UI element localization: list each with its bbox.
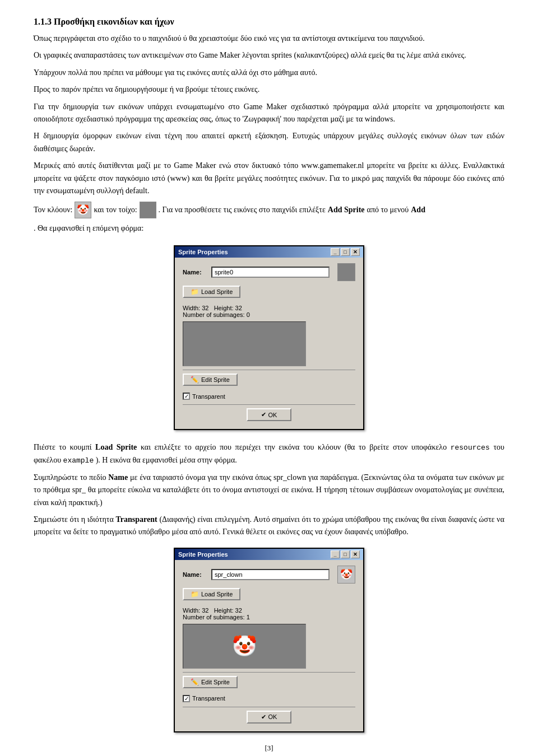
paragraph-6: Η δημιουργία όμορφων εικόνων είναι τέχνη… — [34, 130, 504, 155]
dialog1-subimages-label: Number of subimages: 0 — [183, 311, 250, 318]
paragraph-3: Υπάρχουν πολλά που πρέπει να μάθουμε για… — [34, 67, 504, 79]
dialog2-transparent-row: ✓ Transparent — [183, 695, 355, 702]
edit-sprite-icon2: ✏️ — [191, 678, 199, 686]
dialog1-title: Sprite Properties — [178, 249, 228, 255]
dialog1-transparent-row: ✓ Transparent — [183, 393, 355, 400]
dialog1-titlebar-controls: _ □ ✕ — [331, 248, 360, 256]
page-number: [3] — [34, 744, 504, 753]
dialog2-minimize-btn[interactable]: _ — [331, 550, 340, 558]
dialog2-wrapper: Sprite Properties _ □ ✕ Name: 🤡 📁 Load S… — [34, 548, 504, 732]
paragraph-4: Προς το παρόν πρέπει να δημιουργήσουμε ή… — [34, 83, 504, 96]
dialog2-ok-btn[interactable]: ✔ OK — [247, 711, 292, 724]
dialog2-info: Width: 32 Height: 32 Number of subimages… — [183, 607, 355, 620]
dialog1-transparent-checkbox[interactable]: ✓ — [183, 393, 190, 400]
dialog2-height-label: Height: 32 — [214, 607, 242, 614]
dialog1: Sprite Properties _ □ ✕ Name: 📁 Load Spr… — [174, 245, 364, 430]
dialog1-height-label: Height: 32 — [214, 305, 242, 311]
dialog2-preview-area: 🤡 — [183, 624, 306, 669]
dialog2-sprite-thumbnail: 🤡 — [337, 566, 355, 584]
ok-checkmark-icon: ✔ — [261, 411, 266, 418]
load-sprite-icon2: 📁 — [191, 590, 199, 598]
dialog1-info: Width: 32 Height: 32 Number of subimages… — [183, 305, 355, 318]
dialog2-maximize-btn[interactable]: □ — [341, 550, 350, 558]
dialog2-edit-sprite-btn[interactable]: ✏️ Edit Sprite — [183, 676, 238, 688]
dialog2-load-btn-row: 📁 Load Sprite — [183, 588, 355, 603]
dialog1-transparent-label: Transparent — [192, 393, 225, 400]
dialog1-body: Name: 📁 Load Sprite Width: 32 Height: 32… — [175, 258, 363, 429]
dialog1-ok-row: ✔ OK — [183, 408, 355, 421]
edit-sprite-icon: ✏️ — [191, 376, 199, 384]
example-code: example — [63, 456, 94, 465]
load-sprite-bold: Load Sprite — [95, 443, 137, 451]
dialog2-ok-row: ✔ OK — [183, 711, 355, 724]
dialog2-width-label: Width: 32 — [183, 607, 209, 614]
wall-icon — [140, 202, 156, 218]
transparent-bold: Transparent — [116, 515, 157, 524]
dialog2-edit-btn-row: ✏️ Edit Sprite — [183, 676, 355, 690]
dialog2-name-row: Name: 🤡 — [183, 566, 355, 584]
dialog1-name-input[interactable] — [211, 267, 330, 278]
dialog1-sprite-thumbnail — [337, 263, 355, 281]
dialog2-close-btn[interactable]: ✕ — [351, 550, 360, 558]
dialog1-edit-sprite-btn[interactable]: ✏️ Edit Sprite — [183, 374, 238, 386]
ok-checkmark-icon2: ✔ — [261, 713, 266, 721]
paragraph-5: Για την δημιουργία των εικόνων υπάρχει ε… — [34, 101, 504, 126]
dialog1-load-btn-row: 📁 Load Sprite — [183, 286, 355, 300]
inline-icons-paragraph: Τον κλόουν: 🤡 και τον τοίχο: . Για να πρ… — [34, 202, 504, 236]
dialog2-name-label: Name: — [183, 571, 208, 578]
dialog1-width-label: Width: 32 — [183, 305, 209, 311]
dialog1-name-label: Name: — [183, 269, 208, 276]
dialog2: Sprite Properties _ □ ✕ Name: 🤡 📁 Load S… — [174, 548, 364, 732]
dialog1-minimize-btn[interactable]: _ — [331, 248, 340, 256]
dialog2-load-sprite-btn[interactable]: 📁 Load Sprite — [183, 588, 240, 600]
dialog2-title: Sprite Properties — [178, 551, 228, 558]
paragraph-2: Οι γραφικές αναπαραστάσεις των αντικειμέ… — [34, 49, 504, 62]
paragraph-transparent: Σημειώστε ότι η ιδιότητα Transparent (Δι… — [34, 514, 504, 539]
dialog2-body: Name: 🤡 📁 Load Sprite Width: 32 Height: … — [175, 560, 363, 731]
dialog2-titlebar: Sprite Properties _ □ ✕ — [175, 549, 363, 560]
paragraph-8: Μερικές από αυτές διατίθενται μαζί με το… — [34, 160, 504, 197]
add-sprite-menu-label: Add Sprite — [328, 202, 365, 218]
name-bold: Name — [108, 473, 128, 482]
dialog2-transparent-checkbox[interactable]: ✓ — [183, 695, 190, 702]
dialog1-preview-area — [183, 321, 306, 366]
paragraph-1: Όπως περιγράφεται στο σχέδιο το υ παιχνι… — [34, 32, 504, 45]
dialog1-load-sprite-btn[interactable]: 📁 Load Sprite — [183, 286, 240, 298]
dialog1-edit-btn-row: ✏️ Edit Sprite — [183, 374, 355, 388]
dialog1-maximize-btn[interactable]: □ — [341, 248, 350, 256]
dialog1-wrapper: Sprite Properties _ □ ✕ Name: 📁 Load Spr… — [34, 245, 504, 430]
section-title: 1.1.3 Προσθήκη εικονιδίων και ήχων — [34, 17, 504, 27]
load-sprite-icon: 📁 — [191, 288, 199, 296]
dialog1-name-row: Name: — [183, 263, 355, 281]
dialog1-titlebar: Sprite Properties _ □ ✕ — [175, 246, 363, 258]
paragraph-load-sprite: Πιέστε το κουμπί Load Sprite και επιλέξτ… — [34, 441, 504, 467]
dialog2-name-input[interactable] — [211, 569, 330, 580]
clown-icon: 🤡 — [75, 202, 91, 218]
dialog1-close-btn[interactable]: ✕ — [351, 248, 360, 256]
dialog2-subimages-label: Number of subimages: 1 — [183, 614, 250, 620]
add-menu-label: Add — [411, 202, 425, 218]
dialog2-transparent-label: Transparent — [192, 695, 225, 702]
resources-code: resources — [451, 444, 490, 452]
paragraph-name-field: Συμπληρώστε το πεδίο Name με ένα ταιριασ… — [34, 472, 504, 509]
dialog1-ok-btn[interactable]: ✔ OK — [247, 408, 292, 421]
dialog2-titlebar-controls: _ □ ✕ — [331, 550, 360, 558]
